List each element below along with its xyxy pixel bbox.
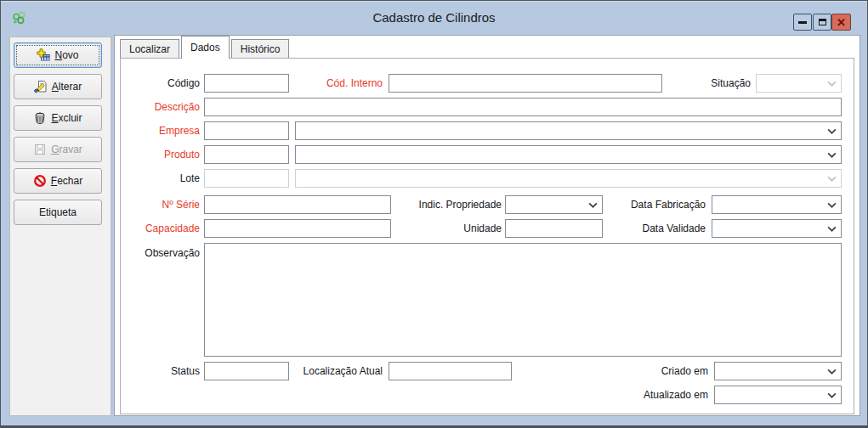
data-validade-combobox[interactable]	[712, 219, 842, 238]
codigo-label: Código	[121, 74, 200, 93]
criado-em-label: Criado em	[582, 362, 708, 380]
chevron-down-icon	[827, 392, 837, 398]
observacao-label: Observação	[121, 244, 200, 262]
minimize-button[interactable]	[793, 14, 812, 31]
button-label: Excluir	[51, 112, 82, 124]
etiqueta-button[interactable]: Etiqueta	[14, 200, 102, 225]
produto-code-input[interactable]	[204, 145, 289, 164]
indic-propriedade-label: Indic. Propriedade	[376, 195, 502, 214]
trash-icon	[33, 111, 47, 125]
data-validade-label: Data Validade	[580, 219, 706, 238]
sidebar: Novo Alterar	[9, 37, 111, 416]
button-label: Gravar	[51, 144, 82, 155]
tab-bar: Localizar Dados Histórico	[120, 36, 291, 59]
title-bar[interactable]: Cadastro de Cilindros ✕	[1, 1, 867, 35]
produto-combobox[interactable]	[295, 145, 842, 164]
button-label: Novo	[54, 49, 78, 61]
close-button[interactable]: ✕	[831, 14, 851, 31]
chevron-down-icon	[827, 176, 837, 182]
empresa-label: Empresa	[121, 121, 200, 140]
app-window: Cadastro de Cilindros ✕ Novo	[0, 0, 868, 428]
lote-code-input	[204, 169, 289, 188]
num-serie-label: Nº Série	[121, 195, 200, 214]
maximize-button[interactable]	[813, 14, 831, 31]
chevron-down-icon	[827, 81, 837, 87]
gravar-button: Gravar	[14, 137, 102, 162]
window-title: Cadastro de Cilindros	[1, 1, 867, 33]
chevron-down-icon	[827, 202, 837, 208]
new-record-icon	[37, 48, 50, 62]
novo-button[interactable]: Novo	[14, 42, 102, 68]
unidade-label: Unidade	[376, 219, 502, 238]
situacao-combobox	[756, 74, 842, 93]
fechar-button[interactable]: Fechar	[14, 168, 102, 194]
localizacao-atual-label: Localização Atual	[257, 362, 383, 380]
button-label: Fechar	[51, 175, 82, 187]
cod-interno-input[interactable]	[389, 74, 662, 93]
localizacao-atual-input[interactable]	[389, 362, 512, 380]
save-icon	[33, 143, 47, 156]
data-fabricacao-combobox[interactable]	[712, 195, 842, 214]
situacao-label: Situação	[628, 74, 751, 93]
tab-localizar[interactable]: Localizar	[120, 39, 179, 59]
chevron-down-icon	[827, 369, 837, 374]
status-label: Status	[121, 362, 200, 380]
edit-icon	[34, 80, 48, 93]
button-label: Alterar	[52, 81, 82, 93]
chevron-down-icon	[827, 128, 837, 134]
minimize-icon	[798, 21, 807, 24]
cancel-icon	[33, 174, 47, 188]
num-serie-input[interactable]	[204, 195, 391, 214]
descricao-label: Descrição	[121, 98, 200, 116]
capacidade-label: Capacidade	[121, 219, 200, 238]
main-panel: Localizar Dados Histórico Código Cód. In…	[114, 35, 860, 416]
chevron-down-icon	[827, 226, 837, 232]
excluir-button[interactable]: Excluir	[14, 105, 102, 131]
alterar-button[interactable]: Alterar	[14, 74, 102, 99]
tab-dados[interactable]: Dados	[181, 36, 230, 59]
descricao-input[interactable]	[204, 98, 842, 116]
capacidade-input[interactable]	[204, 219, 391, 238]
button-label: Etiqueta	[39, 206, 77, 218]
tab-historico[interactable]: Histórico	[231, 39, 290, 59]
lote-combobox	[295, 169, 842, 188]
maximize-icon	[819, 19, 826, 25]
lote-label: Lote	[121, 169, 200, 188]
data-fabricacao-label: Data Fabricação	[580, 195, 706, 214]
chevron-down-icon	[827, 152, 837, 158]
close-icon: ✕	[837, 17, 846, 28]
criado-em-combobox[interactable]	[714, 362, 842, 380]
produto-label: Produto	[121, 145, 200, 164]
empresa-combobox[interactable]	[295, 121, 842, 140]
atualizado-em-combobox[interactable]	[714, 386, 842, 404]
dados-tab-page: Código Cód. Interno Situação Descrição E…	[120, 58, 854, 414]
cod-interno-label: Cód. Interno	[257, 74, 383, 93]
atualizado-em-label: Atualizado em	[582, 386, 708, 404]
empresa-code-input[interactable]	[204, 121, 289, 140]
observacao-textarea[interactable]	[204, 243, 842, 357]
